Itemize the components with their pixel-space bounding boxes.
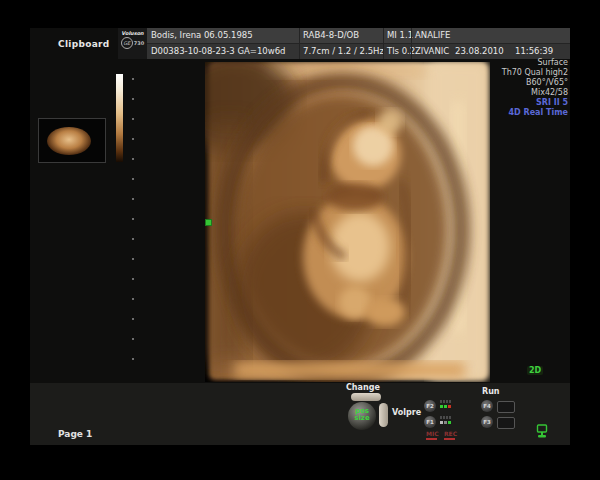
depth-scale-ticks xyxy=(132,78,134,368)
voluson-logo: Voluson GE 730 xyxy=(118,28,147,59)
fetus-4d-render xyxy=(205,62,490,382)
f3-status-box xyxy=(497,417,515,429)
divider xyxy=(411,28,412,59)
patient-id-ga: D00383-10-08-23-3 GA=10w6d xyxy=(151,46,286,56)
change-label: Change xyxy=(346,383,380,392)
rec-level-meter xyxy=(440,416,456,427)
patient-name-dob: Bodis, Irena 06.05.1985 xyxy=(151,30,253,40)
divider xyxy=(383,28,384,59)
clipboard-thumbnail[interactable] xyxy=(38,118,106,163)
date-label: 23.08.2010 xyxy=(455,46,504,56)
f2-key[interactable]: F2 xyxy=(424,400,436,412)
mi-value: MI 1.1 xyxy=(387,30,413,40)
save-device-icon xyxy=(536,424,548,443)
image-edge-marker xyxy=(205,219,212,226)
time-label: 11:56:39 xyxy=(515,46,553,56)
monitor: Clipboard Voluson GE 730 Bodis, Irena 06… xyxy=(0,0,600,480)
probe-label: RAB4-8-D/OB xyxy=(303,30,359,40)
ultrasound-image[interactable] xyxy=(205,62,490,382)
mode-2d-badge: 2D xyxy=(527,366,543,375)
info-row-bottom: D00383-10-08-23-3 GA=10w6d 7.7cm / 1.2 /… xyxy=(147,44,570,59)
clipboard-label: Clipboard xyxy=(58,39,110,49)
f4-status-box xyxy=(497,401,515,413)
mic-level-meter xyxy=(440,400,456,411)
rec-label: REC xyxy=(444,430,457,437)
mic-indicator-bar xyxy=(426,438,437,440)
mic-label: MIC xyxy=(426,430,439,437)
f1-key[interactable]: F1 xyxy=(424,416,436,428)
run-label: Run xyxy=(482,387,500,396)
divider xyxy=(299,28,300,59)
volpre-button[interactable] xyxy=(379,403,388,427)
facility-label: ANALIFE xyxy=(415,30,451,40)
volpre-label: Volpre xyxy=(392,408,421,417)
screen-area: Clipboard Voluson GE 730 Bodis, Irena 06… xyxy=(30,28,570,445)
brand-label: Voluson xyxy=(118,30,147,36)
f4-key[interactable]: F4 xyxy=(481,400,493,412)
grayscale-bar xyxy=(116,74,123,162)
model-label: 730 xyxy=(134,40,144,46)
thumbnail-image xyxy=(47,127,91,155)
patient-info-bar: Bodis, Irena 06.05.1985 RAB4-8-D/OB MI 1… xyxy=(147,28,570,59)
operator-label: ZIVANIC xyxy=(415,46,449,56)
depth-gain-freq: 7.7cm / 1.2 / 2.5Hz xyxy=(303,46,384,56)
ge-monogram-icon: GE xyxy=(121,37,133,49)
f3-key[interactable]: F3 xyxy=(481,416,493,428)
trackball-size-label: size xyxy=(348,415,376,422)
info-row-top: Bodis, Irena 06.05.1985 RAB4-8-D/OB MI 1… xyxy=(147,28,570,44)
change-button[interactable] xyxy=(351,393,381,401)
bottom-status-bar: Page 1 Change pos size Volpre F2 F1 MIC … xyxy=(30,383,570,445)
page-indicator: Page 1 xyxy=(58,429,92,439)
rec-indicator-bar xyxy=(444,438,455,440)
trackball-button[interactable]: pos size xyxy=(348,402,376,430)
